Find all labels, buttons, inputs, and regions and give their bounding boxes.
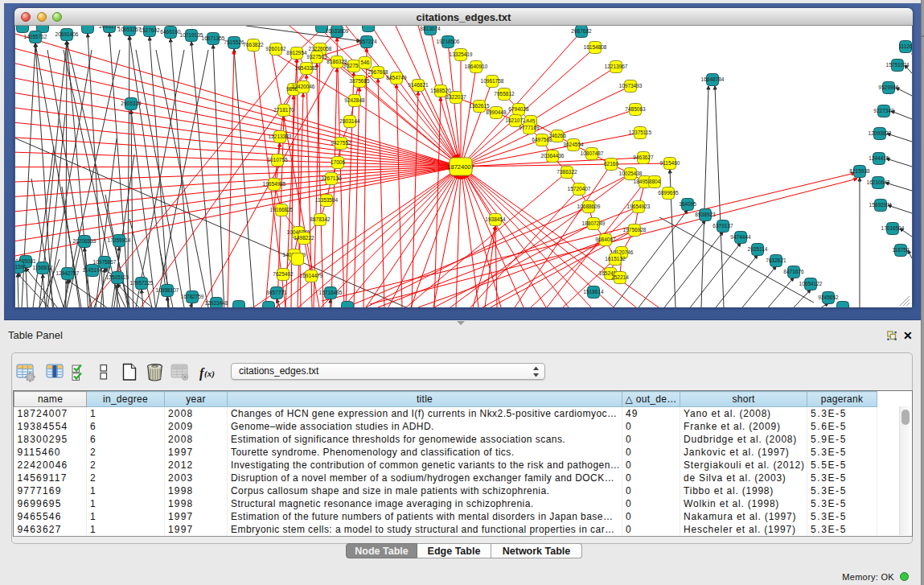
- svg-text:17957225: 17957225: [130, 280, 154, 286]
- svg-text:7663822: 7663822: [243, 42, 264, 47]
- svg-text:10807487: 10807487: [581, 150, 604, 156]
- svg-text:(x): (x): [204, 369, 215, 379]
- svg-text:6466160: 6466160: [160, 29, 181, 35]
- svg-text:15751074: 15751074: [886, 62, 910, 68]
- svg-text:16154808: 16154808: [584, 44, 607, 50]
- svg-text:10653267: 10653267: [118, 27, 142, 32]
- svg-text:8878342: 8878342: [310, 216, 331, 222]
- svg-text:10975867: 10975867: [93, 259, 117, 265]
- svg-text:62160: 62160: [604, 161, 618, 167]
- svg-text:9327503: 9327503: [306, 54, 327, 60]
- svg-text:9777169: 9777169: [519, 125, 540, 130]
- svg-text:7625402: 7625402: [273, 271, 294, 277]
- svg-text:17016504: 17016504: [881, 225, 905, 231]
- svg-text:9227342: 9227342: [873, 108, 894, 113]
- svg-text:9474444: 9474444: [730, 234, 751, 240]
- svg-text:18807249: 18807249: [582, 220, 606, 226]
- svg-text:9427552: 9427552: [331, 140, 351, 146]
- svg-text:16648784: 16648784: [701, 76, 725, 82]
- svg-text:2093176: 2093176: [99, 26, 120, 29]
- svg-text:10958107: 10958107: [156, 287, 179, 293]
- svg-text:10973493: 10973493: [619, 83, 643, 89]
- svg-text:9146821: 9146821: [408, 82, 429, 88]
- svg-text:3875685: 3875685: [349, 78, 370, 84]
- svg-text:20206533: 20206533: [73, 238, 97, 244]
- svg-text:1156812: 1156812: [33, 265, 53, 270]
- svg-text:9115460: 9115460: [660, 160, 680, 166]
- svg-text:1527602: 1527602: [139, 27, 160, 33]
- svg-text:15692971: 15692971: [869, 202, 893, 208]
- svg-text:7485063: 7485063: [625, 106, 646, 112]
- svg-text:6794028: 6794028: [508, 106, 529, 112]
- svg-text:9242848: 9242848: [344, 97, 365, 103]
- svg-text:8813074: 8813074: [420, 26, 441, 31]
- svg-text:9463627: 9463627: [633, 154, 654, 160]
- svg-text:15716485: 15716485: [319, 290, 343, 295]
- svg-text:12505115: 12505115: [106, 274, 129, 280]
- svg-text:3624554: 3624554: [563, 142, 584, 147]
- svg-text:12213967: 12213967: [605, 64, 628, 69]
- svg-text:164095: 164095: [679, 201, 696, 207]
- svg-text:10961758: 10961758: [481, 78, 504, 84]
- svg-text:9260102: 9260102: [265, 46, 286, 51]
- svg-text:12093822: 12093822: [869, 130, 892, 136]
- svg-text:10654122: 10654122: [799, 281, 823, 286]
- svg-text:18640910: 18640910: [465, 64, 488, 69]
- svg-text:12942737: 12942737: [56, 270, 80, 276]
- svg-text:11353594: 11353594: [315, 197, 339, 203]
- svg-text:3267130: 3267130: [321, 175, 342, 181]
- svg-text:1244415: 1244415: [869, 155, 889, 161]
- svg-text:7955812: 7955812: [494, 91, 515, 97]
- svg-text:391591: 391591: [15, 264, 27, 270]
- svg-text:12923448: 12923448: [205, 300, 228, 306]
- svg-text:2905334: 2905334: [121, 101, 142, 106]
- svg-text:8454749: 8454749: [386, 75, 407, 80]
- svg-text:8990448: 8990448: [486, 109, 507, 115]
- svg-text:116753: 116753: [892, 247, 910, 253]
- svg-text:1621072: 1621072: [505, 117, 526, 123]
- svg-text:1518614: 1518614: [583, 289, 604, 295]
- svg-text:8804: 8804: [649, 179, 661, 184]
- svg-text:16543382: 16543382: [295, 65, 318, 71]
- svg-text:10688609: 10688609: [577, 204, 601, 209]
- svg-text:1362615: 1362615: [469, 103, 490, 109]
- svg-text:19166825: 19166825: [270, 207, 294, 212]
- svg-text:12375115: 12375115: [629, 130, 652, 135]
- svg-text:16210643: 16210643: [867, 179, 890, 185]
- svg-text:12213383: 12213383: [269, 134, 292, 139]
- svg-text:19756928: 19756928: [623, 227, 647, 233]
- svg-text:16671355: 16671355: [202, 35, 225, 41]
- svg-text:252214: 252214: [611, 274, 629, 280]
- svg-text:10025438: 10025438: [619, 171, 643, 176]
- svg-text:1615132: 1615132: [605, 256, 626, 262]
- svg-text:9857771: 9857771: [266, 290, 287, 295]
- svg-text:15720407: 15720407: [568, 186, 591, 192]
- svg-text:17359914: 17359914: [108, 237, 131, 243]
- svg-text:8322037: 8322037: [446, 94, 466, 100]
- svg-text:7357224: 7357224: [356, 39, 377, 44]
- svg-text:2087682: 2087682: [571, 28, 592, 34]
- svg-text:17006: 17006: [331, 159, 345, 165]
- svg-text:16033809: 16033809: [326, 28, 349, 34]
- svg-text:22420046: 22420046: [292, 84, 315, 89]
- svg-text:2967608: 2967608: [368, 69, 388, 75]
- svg-text:9684067: 9684067: [595, 237, 616, 242]
- svg-text:7515526: 7515526: [224, 39, 244, 45]
- svg-text:23226058: 23226058: [309, 46, 332, 51]
- svg-text:8215938: 8215938: [849, 168, 870, 174]
- svg-text:746266: 746266: [548, 133, 566, 138]
- svg-text:1145194: 1145194: [83, 267, 103, 273]
- svg-text:1498222: 1498222: [294, 235, 314, 241]
- svg-text:2718170: 2718170: [273, 107, 294, 113]
- svg-text:9245652: 9245652: [818, 295, 839, 300]
- svg-text:6379137: 6379137: [713, 223, 733, 229]
- svg-text:1588520: 1588520: [430, 88, 451, 93]
- svg-text:1010755: 1010755: [267, 157, 288, 163]
- svg-text:16782759: 16782759: [181, 294, 204, 299]
- svg-text:8471676: 8471676: [783, 269, 804, 274]
- svg-text:18724007: 18724007: [447, 163, 474, 171]
- svg-text:11126: 11126: [898, 43, 912, 49]
- svg-text:7632621: 7632621: [766, 257, 786, 263]
- svg-text:19654923: 19654923: [627, 204, 651, 209]
- svg-text:10719135: 10719135: [180, 32, 203, 38]
